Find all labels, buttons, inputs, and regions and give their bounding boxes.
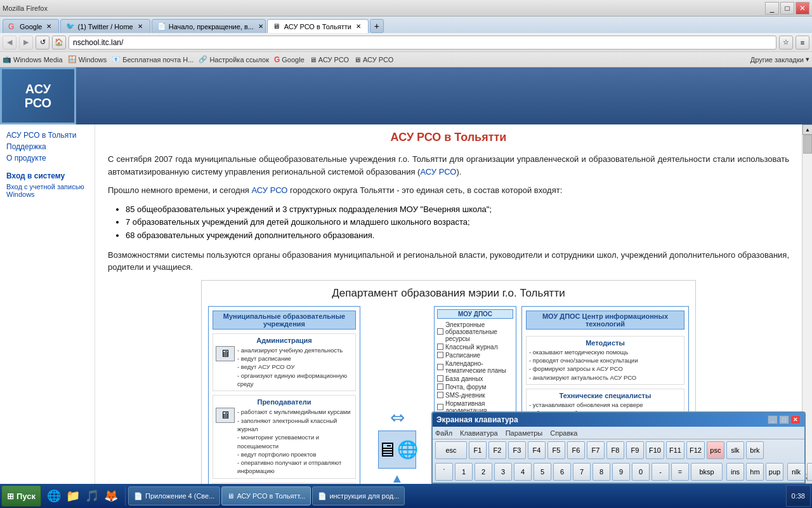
scrollbar-up-button[interactable]: ▲ [802, 124, 812, 135]
osk-key-7[interactable]: 7 [573, 463, 591, 481]
maximize-button[interactable]: □ [780, 2, 794, 15]
tab-close-nachalo[interactable]: ✕ [256, 22, 265, 31]
taskbar-btn-asu[interactable]: 🖥 АСУ РСО в Тольятт... [221, 486, 311, 505]
tab-nachalo[interactable]: 📄 Начало, прекращение, в... ✕ [152, 19, 266, 33]
bookmark-icon-asu1: 🖥 [310, 56, 317, 64]
bookmark-windows[interactable]: 🪟 Windows [68, 55, 107, 64]
taskbar-ie-icon[interactable]: 🌐 [45, 487, 63, 505]
bookmark-windows-media[interactable]: 📺 Windows Media [3, 55, 63, 64]
osk-menu-params[interactable]: Параметры [506, 429, 543, 437]
osk-key-8[interactable]: 8 [593, 463, 610, 481]
osk-key-f3[interactable]: F3 [508, 441, 526, 459]
reload-button[interactable]: ↺ [36, 36, 49, 50]
osk-key-bksp[interactable]: bksp [691, 463, 723, 481]
osk-key-ins[interactable]: ins [726, 463, 744, 481]
osk-key-f7[interactable]: F7 [587, 441, 605, 459]
osk-key-f10[interactable]: F10 [646, 441, 664, 459]
osk-key-5[interactable]: 5 [534, 463, 551, 481]
osk-key-f11[interactable]: F11 [666, 441, 684, 459]
osk-key-1[interactable]: 1 [455, 463, 473, 481]
forward-button[interactable]: ▶ [19, 36, 33, 50]
tab-favicon-asu: 🖥 [273, 22, 282, 31]
osk-key-f1[interactable]: F1 [469, 441, 487, 459]
osk-minimize-button[interactable]: _ [768, 415, 778, 424]
bookmark-asu1[interactable]: 🖥 АСУ РСО [310, 56, 349, 64]
osk-key-f8[interactable]: F8 [606, 441, 624, 459]
osk-key-f6[interactable]: F6 [567, 441, 585, 459]
scrollbar-thumb[interactable] [803, 135, 812, 154]
osk-menu-help[interactable]: Справка [550, 429, 577, 437]
osk-menu-keyboard[interactable]: Клавиатура [460, 429, 498, 437]
sidebar-about-link[interactable]: О продукте [6, 154, 88, 163]
diagram-right-group-methodists-text: - оказывают методическую помощь- проводя… [529, 348, 681, 382]
osk-key-9[interactable]: 9 [612, 463, 630, 481]
osk-key-nlk[interactable]: nlk [787, 463, 805, 481]
bookmark-google[interactable]: G Google [274, 55, 304, 64]
osk-key-f5[interactable]: F5 [547, 441, 565, 459]
sidebar-login-title[interactable]: Вход в систему [6, 171, 88, 180]
tab-close-asu[interactable]: ✕ [354, 22, 363, 31]
osk-key-psc[interactable]: psc [707, 441, 724, 459]
taskbar-clock: 0:38 [786, 485, 811, 507]
tab-close-google[interactable]: ✕ [44, 22, 53, 31]
tab-twitter[interactable]: 🐦 (1) Twitter / Home ✕ [60, 19, 150, 33]
link-asu-rso-2[interactable]: АСУ РСО [251, 185, 287, 195]
taskbar-quick-launch: 🌐 📁 🎵 🦊 [43, 487, 122, 505]
osk-menu-file[interactable]: Файл [435, 429, 452, 437]
minimize-button[interactable]: _ [765, 2, 779, 15]
osk-key-2[interactable]: 2 [475, 463, 492, 481]
tab-asu[interactable]: 🖥 АСУ РСО в Тольятти ✕ [267, 19, 369, 33]
osk-key-slk[interactable]: slk [726, 441, 744, 459]
osk-key-f12[interactable]: F12 [686, 441, 705, 459]
taskbar-firefox-icon[interactable]: 🦊 [102, 487, 120, 505]
taskbar-media-icon[interactable]: 🎵 [83, 487, 101, 505]
osk-key-4[interactable]: 4 [514, 463, 532, 481]
back-button[interactable]: ◀ [3, 36, 16, 50]
osk-maximize-button[interactable]: □ [779, 415, 789, 424]
osk-key-minus[interactable]: - [652, 463, 669, 481]
osk-key-esc[interactable]: esc [435, 441, 467, 459]
sidebar-main-link[interactable]: АСУ РСО в Тольяти [6, 131, 88, 140]
start-button[interactable]: ⊞ Пуск [1, 485, 41, 507]
home-button[interactable]: 🏠 [52, 36, 66, 50]
bookmark-mail[interactable]: 📧 Бесплатная почта Н... [112, 55, 193, 64]
tab-google[interactable]: G Google ✕ [3, 19, 59, 33]
bookmark-links[interactable]: 🔗 Настройка ссылок [199, 55, 269, 64]
middle-item-4: Календарно-тематические планы [437, 360, 513, 374]
tab-close-twitter[interactable]: ✕ [136, 22, 145, 31]
other-bookmarks[interactable]: Другие закладки ▾ [750, 55, 809, 64]
osk-key-0[interactable]: 0 [632, 463, 650, 481]
bookmark-icon-links: 🔗 [199, 55, 207, 64]
sidebar-windows-login[interactable]: Вход с учетной записью Windows [6, 183, 88, 198]
logo-line1: АСУ [25, 82, 51, 96]
osk-close-button[interactable]: ✕ [790, 415, 801, 424]
settings-button[interactable]: ≡ [796, 36, 809, 50]
address-bar[interactable] [69, 36, 776, 50]
taskbar-btn-instr[interactable]: 📄 инструкция для род... [312, 486, 405, 505]
osk-key-backtick[interactable]: ` [435, 463, 453, 481]
taskbar-btn-app4[interactable]: 📄 Приложение 4 (Све... [128, 486, 220, 505]
osk-key-f9[interactable]: F9 [626, 441, 644, 459]
close-button[interactable]: ✕ [796, 2, 809, 15]
new-tab-button[interactable]: + [370, 19, 384, 33]
osk-key-f2[interactable]: F2 [488, 441, 506, 459]
tab-label-asu: АСУ РСО в Тольятти [284, 23, 351, 30]
bookmark-asu2[interactable]: 🖥 АСУ РСО [354, 56, 393, 64]
osk-key-pup[interactable]: pup [766, 463, 783, 481]
osk-key-3[interactable]: 3 [494, 463, 512, 481]
sidebar-support-link[interactable]: Поддержка [6, 142, 88, 151]
tab-favicon-nachalo: 📄 [157, 22, 166, 31]
diagram-middle-title: МОУ ДПОС [437, 309, 513, 319]
tab-label-twitter: (1) Twitter / Home [77, 23, 133, 30]
osk-key-f4[interactable]: F4 [528, 441, 546, 459]
tab-favicon-google: G [8, 22, 17, 31]
osk-key-6[interactable]: 6 [553, 463, 571, 481]
osk-key-div[interactable]: / [807, 463, 812, 481]
link-asu-rso-1[interactable]: АСУ РСО [420, 167, 456, 177]
osk-key-hm[interactable]: hm [746, 463, 764, 481]
checkbox-1 [437, 328, 443, 335]
taskbar-folder-icon[interactable]: 📁 [64, 487, 82, 505]
osk-key-equals[interactable]: = [671, 463, 689, 481]
star-button[interactable]: ☆ [779, 36, 793, 50]
osk-key-brk[interactable]: brk [746, 441, 764, 459]
